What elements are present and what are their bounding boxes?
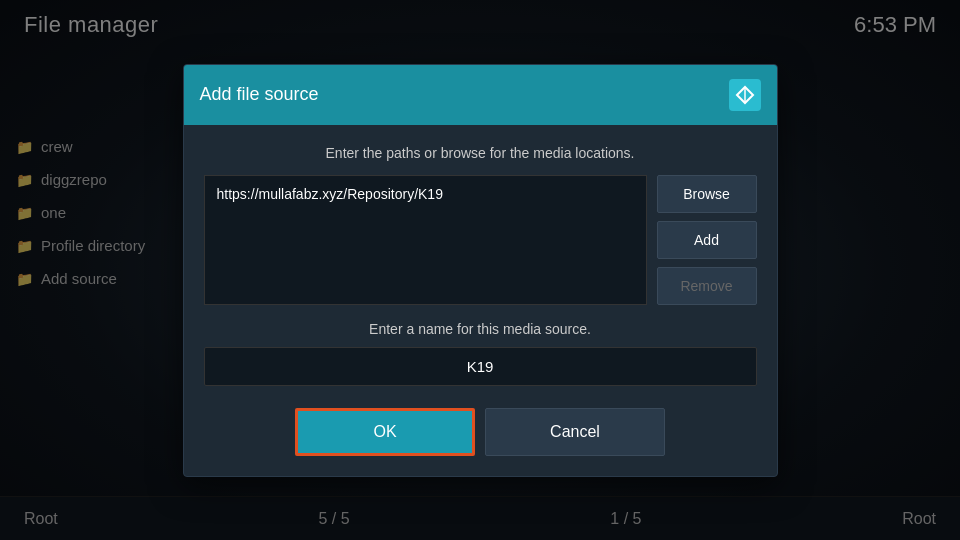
dialog-header: Add file source [184,65,777,125]
source-name-input[interactable] [204,347,757,386]
path-buttons: Browse Add Remove [657,175,757,305]
browse-button[interactable]: Browse [657,175,757,213]
cancel-button[interactable]: Cancel [485,408,665,456]
dialog-title: Add file source [200,84,319,105]
modal-overlay: Add file source Enter the paths or brows… [0,0,960,540]
remove-button[interactable]: Remove [657,267,757,305]
name-instruction: Enter a name for this media source. [204,321,757,337]
add-file-source-dialog: Add file source Enter the paths or brows… [183,64,778,477]
kodi-icon [729,79,761,111]
add-button[interactable]: Add [657,221,757,259]
path-instruction: Enter the paths or browse for the media … [204,145,757,161]
path-input-area[interactable]: https://mullafabz.xyz/Repository/K19 [204,175,647,305]
ok-button[interactable]: OK [295,408,475,456]
dialog-body: Enter the paths or browse for the media … [184,125,777,476]
path-row: https://mullafabz.xyz/Repository/K19 Bro… [204,175,757,305]
dialog-footer: OK Cancel [204,404,757,456]
path-url-text: https://mullafabz.xyz/Repository/K19 [217,186,443,202]
